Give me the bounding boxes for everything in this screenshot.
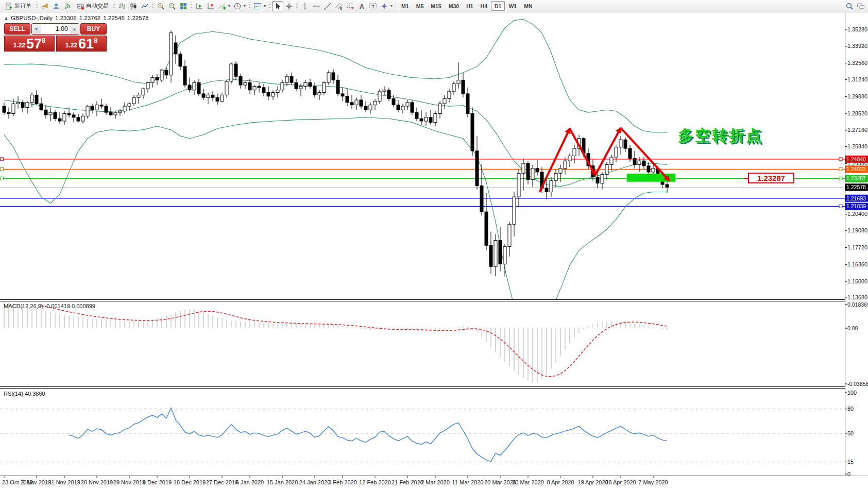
timeframe-m1-button[interactable]: M1 (398, 1, 413, 11)
chevron-down-icon[interactable]: ▾ (228, 4, 230, 8)
channel-icon: E (335, 2, 343, 10)
svg-text:1.20400: 1.20400 (847, 211, 867, 217)
toolbar-crosshair-button[interactable] (283, 1, 295, 11)
svg-text:0.018369: 0.018369 (847, 301, 868, 308)
toolbar-periods-button[interactable]: ▾ (232, 1, 247, 11)
autoscroll-icon (195, 2, 203, 10)
toolbar-search-button[interactable] (844, 1, 855, 11)
svg-text:7 May 2020: 7 May 2020 (638, 479, 668, 485)
bid-price-prefix: 1.22 (13, 42, 25, 49)
timeframe-m15-button[interactable]: M15 (427, 1, 445, 11)
macd-signal-line (41, 306, 667, 377)
toolbar-autotrading-button[interactable]: 自动交易 (73, 1, 112, 11)
toolbar-new-order-button[interactable]: 新订单 (2, 1, 35, 11)
ohlc-low: 1.22545 (103, 15, 125, 21)
svg-text:3 Feb 2020: 3 Feb 2020 (328, 479, 357, 485)
chart-canvas[interactable]: 1.352801.339201.325601.312401.298801.285… (0, 0, 868, 489)
toolbar-tile-windows-button[interactable] (178, 1, 189, 11)
timeframe-m5-button[interactable]: M5 (413, 1, 428, 11)
toolbar-arrows-button[interactable]: ▾ (379, 1, 394, 11)
toolbar-zoom-out-button[interactable] (166, 1, 178, 11)
svg-text:1.21039: 1.21039 (846, 203, 866, 209)
svg-text:1 Nov 2019: 1 Nov 2019 (22, 479, 51, 485)
horizontal-level-lines[interactable] (0, 159, 845, 207)
toolbar-vertical-line-button[interactable] (299, 1, 311, 11)
toolbar-line-chart-button[interactable] (139, 1, 150, 11)
toolbar-zoom-in-button[interactable] (155, 1, 166, 11)
svg-text:1.16360: 1.16360 (847, 261, 867, 267)
ask-price-button[interactable]: 1.22 61 8 (56, 36, 107, 52)
toolbar-grip (191, 3, 192, 10)
svg-text:1.28520: 1.28520 (847, 110, 867, 116)
toolbar-candle-chart-button[interactable] (128, 1, 139, 11)
svg-text:12 Feb 2020: 12 Feb 2020 (359, 479, 391, 485)
svg-text:0.00: 0.00 (847, 325, 858, 331)
toolbar-text-label-button[interactable]: T (367, 1, 379, 11)
time-axis: 23 Oct 20191 Nov 201911 Nov 201920 Nov 2… (2, 476, 668, 486)
signals-icon (63, 2, 72, 10)
toolbar-chart-shift-button[interactable] (205, 1, 216, 11)
svg-text:1.21693: 1.21693 (846, 195, 866, 201)
ask-price-prefix: 1.22 (65, 42, 77, 49)
candles-icon (129, 2, 138, 10)
chart-text-annotation[interactable]: 多空转折点 (678, 125, 763, 146)
svg-text:21 Feb 2020: 21 Feb 2020 (392, 479, 423, 485)
timeframe-h4-button[interactable]: H4 (477, 1, 491, 11)
svg-text:1.13680: 1.13680 (847, 294, 867, 300)
toolbar-community-button[interactable] (50, 1, 62, 11)
chevron-down-icon[interactable]: ▾ (390, 4, 393, 8)
svg-text:15 Jan 2020: 15 Jan 2020 (267, 479, 298, 485)
panel-collapse-icon[interactable]: ▲ (4, 16, 8, 21)
svg-text:28 Apr 2020: 28 Apr 2020 (605, 479, 636, 485)
toolbar-market-news-button[interactable] (39, 1, 50, 11)
svg-text:50: 50 (847, 430, 854, 436)
toolbar-horizontal-line-button[interactable] (311, 1, 322, 11)
toolbar-indicators-button[interactable]: ▾ (216, 1, 232, 11)
volume-input[interactable] (41, 24, 70, 34)
axes: 1.352801.339201.325601.312401.298801.285… (0, 12, 868, 477)
svg-text:1.15000: 1.15000 (847, 278, 867, 284)
toolbar-cursor-button[interactable] (272, 1, 283, 11)
price-callout-label[interactable]: 1.23287 (748, 173, 794, 183)
toolbar-trendline-button[interactable] (322, 1, 333, 11)
toolbar-bar-chart-button[interactable] (116, 1, 128, 11)
crosshair-icon (285, 2, 293, 10)
bid-price-pips: 57 (26, 37, 42, 50)
sell-button[interactable]: SELL (4, 23, 30, 35)
chevron-down-icon[interactable]: ▾ (264, 4, 266, 8)
toolbar-chat-button[interactable] (855, 1, 866, 11)
toolbar-grip (113, 3, 115, 10)
toolbar-auto-scroll-button[interactable] (194, 1, 205, 11)
timeframe-d1-button[interactable]: D1 (491, 1, 505, 11)
zigzag-arrows[interactable] (540, 128, 670, 192)
toolbar-signals-button[interactable] (62, 1, 73, 11)
toolbar: 新订单自动交易▾▾▾EFAT▾M1M5M15M30H1H4D1W1MN (0, 0, 868, 12)
trend-icon (324, 2, 332, 10)
svg-text:A: A (360, 3, 364, 10)
symbol-period-label: GBPUSD-,Daily (11, 15, 53, 21)
line-drag-handles[interactable] (1, 158, 843, 208)
template-icon (253, 2, 262, 10)
toolbar-text-button[interactable]: A (356, 1, 367, 11)
toolbar-templates-button[interactable]: ▾ (252, 1, 267, 11)
svg-text:6 Jan 2020: 6 Jan 2020 (236, 479, 264, 485)
toolbar-equidistant-channel-button[interactable]: E (333, 1, 345, 11)
mt4-window: 新订单自动交易▾▾▾EFAT▾M1M5M15M30H1H4D1W1MN 1.35… (0, 0, 868, 489)
hline-icon (312, 2, 320, 10)
ask-price-pips: 61 (78, 37, 94, 50)
timeframe-h1-button[interactable]: H1 (463, 1, 476, 11)
svg-text:18 Dec 2019: 18 Dec 2019 (174, 479, 206, 485)
volume-decrease-button[interactable]: ▼ (32, 24, 41, 34)
timeframe-mn-button[interactable]: MN (520, 1, 536, 11)
buy-button[interactable]: BUY (80, 23, 107, 35)
volume-increase-button[interactable]: ▲ (70, 24, 79, 34)
toolbar-fibonacci-button[interactable]: F (345, 1, 356, 11)
text-icon: A (358, 2, 366, 10)
timeframe-w1-button[interactable]: W1 (505, 1, 520, 11)
candlesticks (3, 30, 669, 277)
macd-indicator-label: MACD(12,26,9) -0.001419 0.000899 (4, 303, 95, 309)
bid-price-button[interactable]: 1.22 57 8 (4, 36, 55, 52)
ohlc-open: 1.23306 (55, 15, 77, 21)
chevron-down-icon[interactable]: ▾ (244, 4, 246, 8)
timeframe-m30-button[interactable]: M30 (445, 1, 463, 11)
